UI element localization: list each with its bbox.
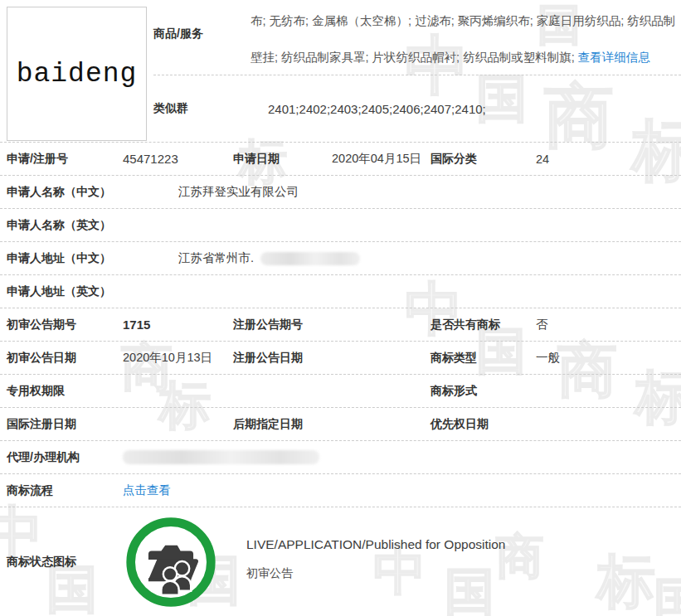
trademark-logo-text: baideng <box>17 59 138 90</box>
agency-redacted-blur <box>123 450 319 464</box>
exclusive-period-label: 专用权期限 <box>7 384 123 399</box>
tm-process-label: 商标流程 <box>7 483 123 498</box>
is-shared-value: 否 <box>536 317 681 332</box>
late-designation-date-label: 后期指定日期 <box>233 417 332 432</box>
row-intl-dates: 国际注册日期 后期指定日期 优先权日期 <box>0 408 681 441</box>
apply-date-label: 申请日期 <box>233 152 332 167</box>
reg-no-value: 45471223 <box>123 152 233 166</box>
status-text-cn: 初审公告 <box>246 566 505 581</box>
row-applicant-en: 申请人名称（英文） <box>0 209 681 242</box>
tm-form-label: 商标形式 <box>430 384 536 399</box>
header-section: baideng 商品/服务 布; 无纺布; 金属棉（太空棉）; 过滤布; 聚丙烯… <box>0 0 681 143</box>
agency-label: 代理/办理机构 <box>7 450 123 465</box>
applicant-cn-value: 江苏拜登实业有限公司 <box>178 184 299 200</box>
goods-services-text: 布; 无纺布; 金属棉（太空棉）; 过滤布; 聚丙烯编织布; 家庭日用纺织品; … <box>251 0 681 75</box>
row-address-en: 申请人地址（英文） <box>0 275 681 308</box>
reg-no-label: 申请/注册号 <box>7 152 123 167</box>
first-trial-date-label: 初审公告日期 <box>7 351 123 366</box>
goods-services-label: 商品/服务 <box>153 0 251 75</box>
status-folder-users-icon <box>123 514 219 610</box>
row-trial-no: 初审公告期号 1715 注册公告期号 是否共有商标 否 <box>0 308 681 342</box>
tm-process-link[interactable]: 点击查看 <box>123 483 171 498</box>
is-shared-label: 是否共有商标 <box>430 318 536 332</box>
reg-notice-date-label: 注册公告日期 <box>233 351 332 366</box>
row-trial-date: 初审公告日期 2020年10月13日 注册公告日期 商标类型 一般 <box>0 342 681 375</box>
apply-date-value: 2020年04月15日 <box>332 151 430 167</box>
tm-type-label: 商标类型 <box>430 351 536 366</box>
first-trial-no-label: 初审公告期号 <box>7 318 123 332</box>
row-registration: 申请/注册号 45471223 申请日期 2020年04月15日 国际分类 24 <box>0 143 681 176</box>
applicant-en-label: 申请人名称（英文） <box>7 218 178 233</box>
row-tm-status: 商标状态图标 LIVE/APPLICATION/Published for Op… <box>0 507 681 616</box>
row-exclusive-period: 专用权期限 商标形式 <box>0 375 681 408</box>
similar-group-row: 类似群 2401;2402;2403;2405;2406;2407;2410; <box>153 75 681 142</box>
similar-group-label: 类似群 <box>153 101 251 116</box>
address-en-label: 申请人地址（英文） <box>7 284 178 299</box>
tm-type-value: 一般 <box>536 350 681 366</box>
intl-class-value: 24 <box>536 153 681 166</box>
status-text-en: LIVE/APPLICATION/Published for Oppositio… <box>246 537 505 552</box>
goods-services-row: 商品/服务 布; 无纺布; 金属棉（太空棉）; 过滤布; 聚丙烯编织布; 家庭日… <box>153 0 681 75</box>
trademark-image: baideng <box>7 7 147 141</box>
row-applicant-cn: 申请人名称（中文） 江苏拜登实业有限公司 <box>0 176 681 209</box>
address-cn-value: 江苏省常州市. <box>178 250 254 266</box>
row-agency: 代理/办理机构 <box>0 441 681 474</box>
trademark-detail-page: 中国国商标标中国商标商标中国国中国商标国 baideng 商品/服务 布; 无纺… <box>0 0 681 616</box>
intl-class-label: 国际分类 <box>430 152 536 167</box>
priority-date-label: 优先权日期 <box>430 417 536 432</box>
row-tm-process: 商标流程 点击查看 <box>0 474 681 507</box>
intl-reg-date-label: 国际注册日期 <box>7 417 123 432</box>
applicant-cn-label: 申请人名称（中文） <box>7 185 178 200</box>
first-trial-date-value: 2020年10月13日 <box>123 350 233 366</box>
tm-status-label: 商标状态图标 <box>7 555 123 570</box>
first-trial-no-value: 1715 <box>123 318 233 332</box>
row-address-cn: 申请人地址（中文） 江苏省常州市. <box>0 242 681 275</box>
view-details-link[interactable]: 查看详细信息 <box>578 51 650 64</box>
address-cn-label: 申请人地址（中文） <box>7 251 178 266</box>
reg-notice-no-label: 注册公告期号 <box>233 318 332 332</box>
address-redacted-blur <box>260 252 360 265</box>
similar-group-value: 2401;2402;2403;2405;2406;2407;2410; <box>251 102 486 116</box>
